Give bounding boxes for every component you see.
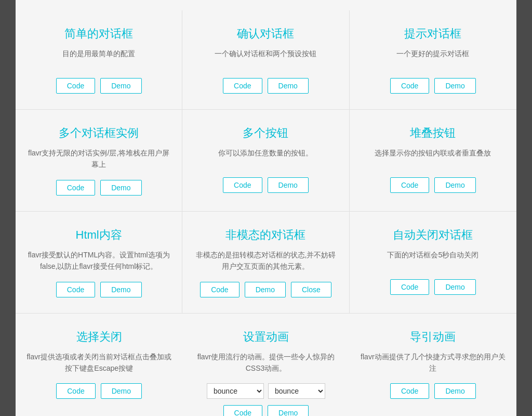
btn-group-multi-button: CodeDemo [193,177,338,193]
card-desc-multi-button: 你可以添加任意数量的按钮。 [193,147,338,168]
code-button-confirm-dialog[interactable]: Code [223,78,262,94]
card-title-stacked-button: 堆叠按钮 [360,125,506,141]
card-desc-guide-animation: flavr动画提供了几个快捷方式寻求您的用户关注 [360,351,506,374]
card-desc-html-content: flavr接受默认的HTML内容。设置html选项为false,以防止flavr… [26,249,171,272]
demo-button-html-content[interactable]: Demo [100,282,141,297]
card-desc-hint-dialog: 一个更好的提示对话框 [360,48,506,69]
card-desc-auto-close: 下面的对话框会5秒自动关闭 [360,249,506,270]
demo-button-hint-dialog[interactable]: Demo [434,78,475,94]
code-button-guide-animation[interactable]: Code [390,383,429,399]
select-anim-out[interactable]: bouncefadeslideflip [268,383,325,399]
code-button-nonmodal-dialog[interactable]: Code [200,282,239,297]
demo-button-simple-dialog[interactable]: Demo [100,78,141,94]
card-desc-set-animation: flavr使用流行的动画。提供一些令人惊异的CSS3动画。 [193,351,339,374]
card-auto-close: 自动关闭对话框下面的对话框会5秒自动关闭CodeDemo [350,212,516,314]
demo-button-nonmodal-dialog[interactable]: Demo [245,282,286,297]
demo-button-auto-close[interactable]: Demo [434,279,475,295]
btn-group-html-content: CodeDemo [26,282,171,297]
card-title-simple-dialog: 简单的对话框 [26,26,171,42]
card-title-auto-close: 自动关闭对话框 [360,227,506,243]
demo-button-multi-button[interactable]: Demo [268,177,309,193]
btn-group-set-animation: CodeDemo [193,405,339,416]
btn-group-select-close: CodeDemo [26,383,172,399]
card-title-hint-dialog: 提示对话框 [360,26,506,42]
card-title-nonmodal-dialog: 非模态的对话框 [193,227,338,243]
btn-group-simple-dialog: CodeDemo [26,78,171,94]
card-desc-nonmodal-dialog: 非模态的是扭转模态对话框的状态,并不妨碍用户交互页面的其他元素。 [193,249,338,272]
page-wrapper: 简单的对话框目的是用最简单的配置CodeDemo确认对话框一个确认对话框和两个预… [16,0,516,416]
card-multi-dialog: 多个对话框实例flavr支持无限的对话实例/层,将堆栈在用户屏幕上CodeDem… [16,110,182,212]
code-button-set-animation[interactable]: Code [223,405,262,416]
card-simple-dialog: 简单的对话框目的是用最简单的配置CodeDemo [16,10,182,110]
card-title-guide-animation: 导引动画 [360,329,506,345]
card-desc-confirm-dialog: 一个确认对话框和两个预设按钮 [193,48,338,69]
code-button-stacked-button[interactable]: Code [390,177,429,193]
code-button-auto-close[interactable]: Code [390,279,429,295]
card-title-set-animation: 设置动画 [193,329,339,345]
btn-group-stacked-button: CodeDemo [360,177,506,193]
btn-group-confirm-dialog: CodeDemo [193,78,338,94]
card-title-html-content: Html内容 [26,227,171,243]
demo-button-stacked-button[interactable]: Demo [434,177,475,193]
card-title-multi-button: 多个按钮 [193,125,338,141]
card-title-multi-dialog: 多个对话框实例 [26,125,171,141]
code-button-html-content[interactable]: Code [56,282,95,297]
card-set-animation: 设置动画flavr使用流行的动画。提供一些令人惊异的CSS3动画。bouncef… [182,314,349,416]
card-hint-dialog: 提示对话框一个更好的提示对话框CodeDemo [350,10,516,110]
card-confirm-dialog: 确认对话框一个确认对话框和两个预设按钮CodeDemo [182,10,349,110]
select-anim-in[interactable]: bouncefadeslideflip [207,383,264,399]
card-desc-stacked-button: 选择显示你的按钮内联或者垂直叠放 [360,147,506,168]
code-button-simple-dialog[interactable]: Code [56,78,95,94]
btn-group-hint-dialog: CodeDemo [360,78,506,94]
card-html-content: Html内容flavr接受默认的HTML内容。设置html选项为false,以防… [16,212,182,314]
code-button-select-close[interactable]: Code [56,383,95,399]
demo-button-select-close[interactable]: Demo [101,383,142,399]
btn-group-multi-dialog: CodeDemo [26,180,171,196]
btn-group-auto-close: CodeDemo [360,279,506,295]
demo-button-guide-animation[interactable]: Demo [434,383,475,399]
card-desc-select-close: flavr提供选项或者关闭当前对话框点击叠加或按下键盘Escape按键 [26,351,172,374]
card-title-select-close: 选择关闭 [26,329,172,345]
card-desc-simple-dialog: 目的是用最简单的配置 [26,48,171,69]
demo-button-confirm-dialog[interactable]: Demo [268,78,309,94]
card-desc-multi-dialog: flavr支持无限的对话实例/层,将堆栈在用户屏幕上 [26,147,171,171]
btn-group-nonmodal-dialog: CodeDemoClose [193,282,338,297]
card-select-close: 选择关闭flavr提供选项或者关闭当前对话框点击叠加或按下键盘Escape按键C… [16,314,182,416]
card-stacked-button: 堆叠按钮选择显示你的按钮内联或者垂直叠放CodeDemo [350,110,516,212]
code-button-multi-button[interactable]: Code [223,177,262,193]
demo-button-set-animation[interactable]: Demo [268,405,309,416]
card-nonmodal-dialog: 非模态的对话框非模态的是扭转模态对话框的状态,并不妨碍用户交互页面的其他元素。C… [182,212,349,314]
card-title-confirm-dialog: 确认对话框 [193,26,338,42]
card-grid: 简单的对话框目的是用最简单的配置CodeDemo确认对话框一个确认对话框和两个预… [16,10,516,416]
close-button-nonmodal-dialog[interactable]: Close [291,282,331,297]
card-multi-button: 多个按钮你可以添加任意数量的按钮。CodeDemo [182,110,349,212]
select-row-set-animation: bouncefadeslideflipbouncefadeslideflip [193,383,339,399]
code-button-hint-dialog[interactable]: Code [390,78,429,94]
demo-button-multi-dialog[interactable]: Demo [100,180,141,196]
code-button-multi-dialog[interactable]: Code [56,180,95,196]
card-guide-animation: 导引动画flavr动画提供了几个快捷方式寻求您的用户关注CodeDemo [350,314,516,416]
btn-group-guide-animation: CodeDemo [360,383,506,399]
